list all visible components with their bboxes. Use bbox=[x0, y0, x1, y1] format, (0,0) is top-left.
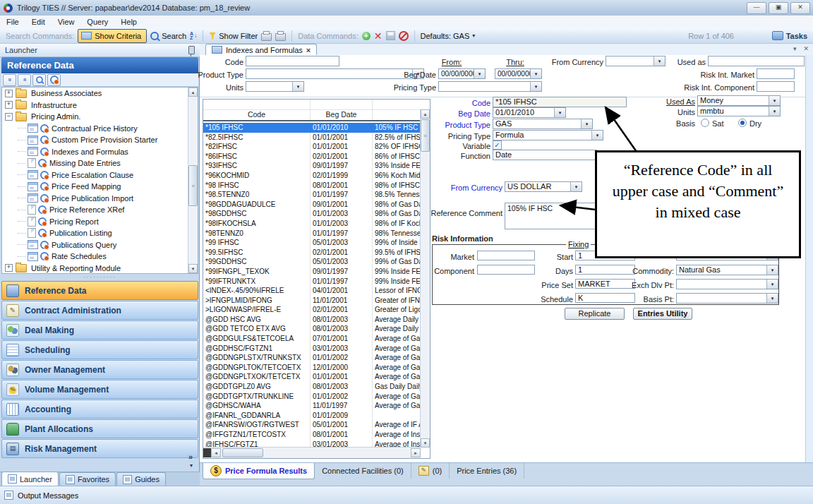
tree-row[interactable]: Utility & Reporting Module bbox=[2, 263, 198, 275]
grid-row[interactable]: @GDD TETCO ETX AVG 08/01/2003 Average Da… bbox=[203, 324, 421, 334]
tree-search-button[interactable] bbox=[32, 74, 46, 86]
left-tab[interactable]: ▤ Favorites bbox=[59, 472, 116, 486]
grid-row[interactable]: *98IFKOCHSLA 01/01/2003 98% of IF Koch bbox=[203, 219, 421, 229]
add-record-icon[interactable]: + bbox=[362, 32, 371, 40]
criteria-units-select[interactable]: ▾ bbox=[246, 81, 304, 92]
grid-row[interactable]: *99GDDHSC 05/01/2003 99% of Gas Da bbox=[203, 257, 421, 267]
risk-commodity-select[interactable]: Natural Gas▾ bbox=[676, 265, 778, 275]
grid-row[interactable]: @GDDGULFS&TETCOELA 07/01/2001 Average of… bbox=[203, 334, 421, 344]
bottom-tab[interactable]: $ ✎ Price Formula Results bbox=[203, 463, 315, 479]
bottom-tab[interactable]: $ ✎ Connected Facilities (0) bbox=[315, 463, 411, 479]
tree-row[interactable]: Pricing Report bbox=[2, 216, 198, 228]
launcher-section[interactable]: Volume Management bbox=[1, 380, 198, 399]
reference-comment-textarea[interactable]: 105% IF HSC bbox=[505, 203, 597, 229]
minimize-button[interactable]: — bbox=[747, 2, 766, 14]
restore-button[interactable]: ▣ bbox=[769, 2, 788, 14]
grid-header-code[interactable]: Code bbox=[203, 109, 311, 120]
menu-item[interactable]: View bbox=[52, 16, 81, 28]
bottom-tab[interactable]: $ ✎ (0) bbox=[411, 463, 450, 479]
detail-beg-date-select[interactable]: 01/01/2010▾ bbox=[493, 107, 566, 118]
tree-scrollbar[interactable]: ▴ ≡ ▾ bbox=[188, 88, 198, 273]
left-tab[interactable]: ▤ Guides bbox=[116, 472, 166, 486]
replicate-button[interactable]: Replicate bbox=[565, 308, 625, 320]
grid-row[interactable]: >IFNGPLMID/IFONG 11/01/2001 Greater of I… bbox=[203, 296, 421, 306]
detail-units-select[interactable]: mmbtu▾ bbox=[697, 106, 781, 116]
grid-horizontal-scrollbar[interactable]: ◂ ▸ bbox=[203, 447, 421, 458]
grid-row[interactable]: *98GDDHSC 01/01/2003 98% of Gas Da bbox=[203, 209, 421, 219]
criteria-risk-int-market-input[interactable] bbox=[757, 68, 795, 79]
output-messages[interactable]: Output Messages bbox=[18, 491, 78, 500]
criteria-beg-date-thru-select[interactable]: 00/00/0000▾ bbox=[495, 68, 542, 79]
grid-row[interactable]: *96KOCHMID 02/01/1999 96% Koch Mids bbox=[203, 171, 421, 181]
tree-row[interactable]: Publication Listing bbox=[2, 227, 198, 239]
cancel-record-icon[interactable] bbox=[399, 31, 409, 41]
grid-row[interactable]: >LIGONWASP/IFREL-E 02/01/2001 Greater of… bbox=[203, 305, 421, 315]
tree-expander-icon[interactable] bbox=[5, 90, 13, 97]
grid-row[interactable]: @GDDTGPTX/TRUNKLINE 01/01/2002 Average o… bbox=[203, 392, 421, 402]
grid-row[interactable]: @IFFGTZN1/TETCOSTX 08/01/2001 Average of… bbox=[203, 430, 421, 440]
close-button[interactable]: ✕ bbox=[790, 2, 810, 14]
grid-row[interactable]: *82.5IFHSC 01/01/2001 82.5% of IFHSC bbox=[203, 133, 421, 143]
tree-row[interactable]: Publications Query bbox=[2, 239, 198, 251]
risk-basis-pt-select[interactable]: ▾ bbox=[676, 293, 778, 304]
grid-row[interactable]: *98.5TENNZ0 01/01/1997 98.5% Tenness bbox=[203, 190, 421, 200]
menu-item[interactable]: Help bbox=[114, 16, 143, 28]
launcher-section[interactable]: Deal Making bbox=[1, 320, 198, 340]
tree-expander-icon[interactable] bbox=[5, 264, 13, 272]
grid-header-beg-date[interactable]: Beg Date bbox=[311, 109, 373, 120]
criteria-code-input[interactable] bbox=[246, 56, 339, 66]
tree-row[interactable]: Price Escalation Clause bbox=[2, 169, 198, 181]
detail-pricing-type-select[interactable]: Formula▾ bbox=[493, 130, 603, 140]
risk-component-input[interactable] bbox=[477, 265, 535, 275]
tree-row[interactable]: Rate Schedules bbox=[2, 251, 198, 263]
collapse-all-button[interactable]: » bbox=[3, 74, 16, 86]
tree-row[interactable]: Missing Date Entries bbox=[2, 157, 198, 169]
grid-row[interactable]: @GDHSC/WAHA 11/01/1997 Average of Ga bbox=[203, 401, 421, 411]
launcher-section[interactable]: Reference Data bbox=[1, 281, 198, 300]
detail-from-currency-select[interactable]: US DOLLAR▾ bbox=[505, 181, 582, 192]
grid-row[interactable]: *86IFHSC 02/01/2001 86% of IFHSC bbox=[203, 152, 421, 162]
grid-row[interactable]: *99IFNGPL_TEXOK 09/01/1997 99% Inside FE… bbox=[203, 267, 421, 277]
grid-row[interactable]: @GDD HSC AVG 08/01/2003 Average Daily bbox=[203, 315, 421, 325]
entries-utility-button[interactable]: Entries Utility bbox=[633, 308, 692, 320]
grid-row[interactable]: *82IFHSC 01/01/2001 82% OF IFHSC bbox=[203, 142, 421, 152]
tree-row[interactable]: Indexes and Formulas bbox=[2, 146, 198, 158]
grid-row[interactable]: *99 IFHSC 05/01/2003 99% of Inside I bbox=[203, 238, 421, 248]
panel-splitter[interactable]: ·········· bbox=[1, 274, 198, 280]
grid-row[interactable]: @GDDHSC/FGTZN1 03/01/2003 Average of Ga bbox=[203, 344, 421, 354]
save-record-icon[interactable] bbox=[386, 31, 395, 40]
expand-all-button[interactable]: » bbox=[18, 74, 31, 86]
tab-list-icon[interactable]: ▾ bbox=[793, 45, 797, 52]
grid-row[interactable]: *93IFHSC 09/01/1997 93% Inside FER bbox=[203, 161, 421, 171]
tree-expander-icon[interactable] bbox=[5, 101, 13, 109]
risk-exch-dlv-pt-select[interactable]: ▾ bbox=[676, 279, 778, 289]
print-preview-icon[interactable] bbox=[261, 33, 272, 41]
criteria-risk-int-component-input[interactable] bbox=[757, 81, 795, 92]
tree-row[interactable]: Price Reference XRef bbox=[2, 204, 198, 216]
launcher-section[interactable]: Accounting bbox=[1, 400, 198, 419]
detail-product-type-select[interactable]: GAS▾ bbox=[493, 119, 593, 129]
grid-row[interactable]: @GDDNGPLSTX/TRUNKSTX 01/01/2002 Average … bbox=[203, 353, 421, 363]
grid-row[interactable]: @IFANRL_GDDANRLA 01/01/2009 bbox=[203, 411, 421, 421]
criteria-used-as-input[interactable] bbox=[708, 56, 805, 66]
show-filter-button[interactable]: Show Filter bbox=[209, 32, 258, 40]
grid-row[interactable]: @GDDTGPLZ0 AVG 08/01/2003 Gas Daily Dail… bbox=[203, 382, 421, 392]
tree-row[interactable]: Price Publication Import bbox=[2, 193, 198, 205]
grid-row[interactable]: *99IFTRUNKTX 01/01/1997 99% Inside FER bbox=[203, 277, 421, 287]
detail-code-input[interactable]: *105 IFHSC bbox=[493, 97, 627, 107]
tree-row[interactable]: Custom Price Provision Starter bbox=[2, 134, 198, 146]
detail-variable-checkbox[interactable] bbox=[493, 140, 502, 150]
tree-search-options-button[interactable] bbox=[47, 74, 61, 86]
tasks-button[interactable]: Tasks bbox=[772, 31, 807, 40]
tab-close-icon[interactable]: × bbox=[306, 46, 311, 54]
tree-row[interactable]: Price Feed Mapping bbox=[2, 181, 198, 193]
launcher-section[interactable]: Contract Administration bbox=[1, 301, 198, 320]
menu-item[interactable]: File bbox=[0, 16, 25, 28]
grid-row[interactable]: @GDDNGPLTOK/TETCOETX 12/01/2000 Average … bbox=[203, 363, 421, 373]
criteria-from-currency-select[interactable]: ▾ bbox=[606, 56, 666, 66]
launcher-section[interactable]: Plant Allocations bbox=[1, 419, 198, 438]
defaults-dropdown[interactable]: Defaults: GAS ▾ bbox=[421, 32, 476, 40]
tree-row[interactable]: Contractual Price History bbox=[2, 123, 198, 135]
menu-item[interactable]: Query bbox=[80, 16, 114, 28]
tree-row[interactable]: Business Associates bbox=[2, 88, 198, 100]
